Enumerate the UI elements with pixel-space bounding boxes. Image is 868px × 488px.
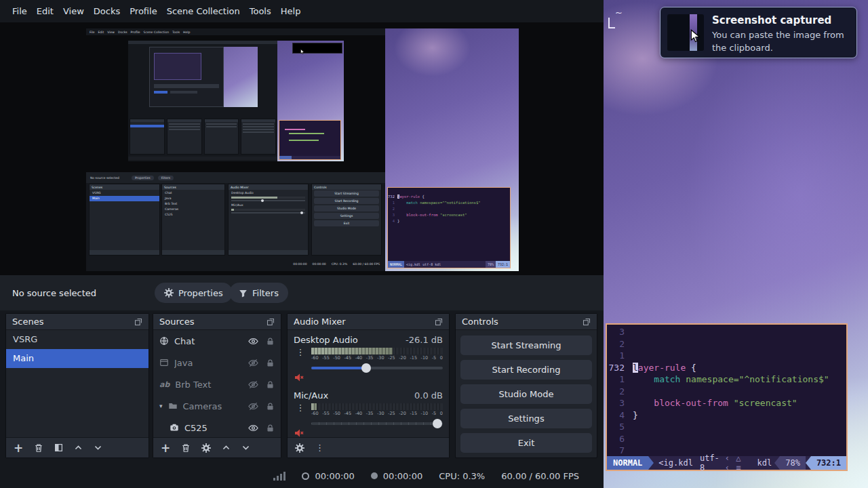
editor-line: 6 — [607, 433, 846, 445]
volume-slider[interactable] — [311, 362, 443, 374]
lock-icon[interactable] — [266, 402, 275, 411]
menu-scene-collection[interactable]: Scene Collection — [167, 6, 240, 16]
captured-no-source-label: No source selected — [90, 176, 119, 180]
scene-preview[interactable]: File Edit View Docks Profile Scene Colle… — [86, 28, 519, 271]
visibility-eye-icon[interactable] — [248, 336, 258, 346]
editor-mode-indicator: NORMAL — [607, 456, 648, 470]
popout-icon[interactable] — [267, 318, 275, 326]
editor-window[interactable]: 3 2 1 732 layer-rule { 1 match namespace… — [606, 323, 848, 471]
scenes-toolbar: + — [6, 437, 149, 458]
mixer-dock-header[interactable]: Audio Mixer — [288, 314, 449, 330]
volume-slider-handle[interactable] — [361, 363, 371, 373]
gear-icon — [201, 443, 211, 453]
visibility-eye-off-icon[interactable] — [248, 358, 258, 368]
obs-window: File Edit View Docks Profile Scene Colle… — [0, 0, 604, 488]
menu-help[interactable]: Help — [281, 6, 301, 16]
move-source-down-button[interactable] — [241, 443, 250, 452]
scene-item-main[interactable]: Main — [6, 349, 149, 368]
nested-dock — [204, 119, 239, 155]
volume-slider[interactable] — [311, 418, 443, 430]
menu-view[interactable]: View — [63, 6, 84, 16]
source-item-brb-text[interactable]: ab Brb Text — [153, 373, 281, 395]
controls-dock-header[interactable]: Controls — [456, 314, 597, 330]
lock-icon[interactable] — [266, 337, 275, 346]
captured-dock-title: Scenes — [90, 184, 159, 190]
source-properties-button[interactable] — [201, 443, 211, 453]
source-item-java[interactable]: Java — [153, 352, 281, 373]
scene-item-vsrg[interactable]: VSRG — [6, 330, 149, 349]
menu-file[interactable]: File — [12, 6, 27, 16]
sources-dock-header[interactable]: Sources — [153, 314, 281, 330]
source-item-cameras-group[interactable]: ▾ Cameras — [153, 395, 281, 417]
nested-docks — [128, 119, 277, 155]
source-name: Java — [174, 358, 243, 368]
settings-button[interactable]: Settings — [460, 409, 592, 428]
editor-filename: <ig.kdl — [658, 458, 693, 468]
visibility-eye-off-icon[interactable] — [248, 380, 258, 390]
remove-source-button[interactable] — [181, 443, 191, 453]
editor-text-area[interactable]: 3 2 1 732 layer-rule { 1 match namespace… — [607, 325, 846, 456]
screenshot-notification[interactable]: Screenshot captured You can paste the im… — [660, 7, 857, 58]
lock-icon[interactable] — [266, 359, 275, 367]
move-source-up-button[interactable] — [222, 443, 231, 452]
visibility-eye-off-icon[interactable] — [248, 401, 258, 411]
desktop: ~ File Edit View Docks Profile Scene Col… — [0, 0, 868, 488]
group-expand-caret-icon[interactable]: ▾ — [159, 403, 163, 409]
captured-menu-item: Help — [183, 30, 190, 34]
popout-icon[interactable] — [583, 318, 591, 326]
captured-source: C525 — [162, 212, 224, 218]
popout-icon[interactable] — [134, 318, 142, 326]
source-item-c525[interactable]: C525 — [153, 417, 281, 437]
mixer-title: Audio Mixer — [294, 317, 346, 327]
add-source-button[interactable]: + — [161, 443, 170, 453]
start-recording-button[interactable]: Start Recording — [460, 360, 592, 380]
captured-channel: Mic/Aux — [229, 203, 308, 208]
source-item-chat[interactable]: Chat — [153, 330, 281, 352]
controls-dock: Controls Start Streaming Start Recording… — [455, 313, 597, 458]
mixer-options-kebab-icon[interactable]: ⋮ — [315, 443, 324, 453]
captured-position: 732:1 — [496, 261, 510, 268]
nested-preview-2 — [149, 47, 258, 107]
add-scene-button[interactable]: + — [14, 443, 23, 453]
popout-icon[interactable] — [435, 318, 443, 326]
volume-meter — [311, 403, 443, 410]
docks-area: Scenes VSRG Main + — [0, 310, 604, 464]
mixer-settings-button[interactable] — [295, 443, 304, 453]
source-name: Chat — [174, 336, 243, 346]
scenes-dock-header[interactable]: Scenes — [6, 314, 149, 330]
gutter-number: 4 — [607, 409, 633, 422]
start-streaming-button[interactable]: Start Streaming — [460, 336, 592, 355]
studio-mode-button[interactable]: Studio Mode — [460, 384, 592, 404]
lock-icon[interactable] — [266, 380, 275, 389]
volume-slider-handle[interactable] — [433, 419, 442, 428]
visibility-eye-icon[interactable] — [248, 423, 258, 433]
menu-tools[interactable]: Tools — [250, 6, 271, 16]
mute-speaker-icon[interactable] — [294, 428, 307, 437]
scene-filters-button[interactable] — [54, 443, 63, 452]
properties-button[interactable]: Properties — [155, 283, 233, 303]
channel-options-kebab-icon[interactable]: ⋮ — [294, 403, 307, 413]
preview-canvas-area: File Edit View Docks Profile Scene Colle… — [0, 22, 604, 275]
captured-source-toolbar: No source selected Properties Filters — [86, 172, 385, 183]
thumbnail-stripe — [690, 14, 697, 51]
captured-code-line: block-out-from "screencast" — [397, 212, 467, 218]
exit-button[interactable]: Exit — [460, 433, 592, 453]
move-scene-up-button[interactable] — [74, 443, 83, 452]
remove-scene-button[interactable] — [34, 443, 43, 453]
lock-icon[interactable] — [266, 424, 275, 432]
editor-line: 3 — [607, 326, 846, 338]
move-scene-down-button[interactable] — [94, 443, 102, 452]
mute-speaker-icon[interactable] — [294, 372, 307, 383]
nested-block — [154, 84, 219, 88]
filter-icon — [239, 289, 248, 298]
sources-toolbar: + — [153, 437, 281, 458]
filters-button[interactable]: Filters — [229, 283, 288, 303]
channel-options-kebab-icon[interactable]: ⋮ — [294, 348, 307, 357]
menu-edit[interactable]: Edit — [37, 6, 54, 16]
nested-code-line — [289, 140, 319, 141]
menu-docks[interactable]: Docks — [94, 6, 120, 16]
channel-db-value: -26.1 dB — [406, 335, 443, 348]
channel-name: Mic/Aux — [294, 390, 328, 403]
gear-icon — [295, 443, 304, 453]
menu-profile[interactable]: Profile — [130, 6, 157, 16]
